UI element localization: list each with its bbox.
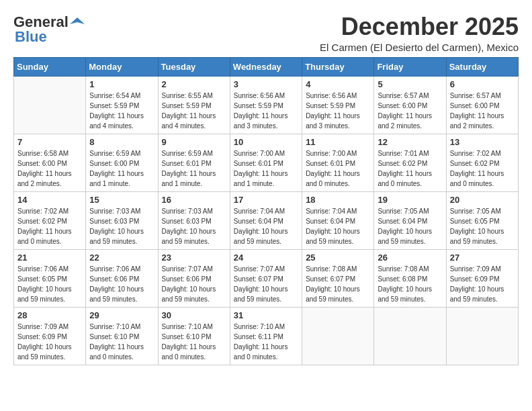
calendar-cell: 7Sunrise: 6:58 AMSunset: 6:00 PMDaylight… <box>14 134 86 191</box>
day-number: 25 <box>306 253 370 263</box>
day-info: Sunrise: 7:06 AMSunset: 6:05 PMDaylight:… <box>17 264 82 304</box>
day-info: Sunrise: 7:05 AMSunset: 6:04 PMDaylight:… <box>378 206 442 246</box>
calendar-cell: 5Sunrise: 6:57 AMSunset: 6:00 PMDaylight… <box>374 76 446 134</box>
calendar-week-row: 14Sunrise: 7:02 AMSunset: 6:02 PMDayligh… <box>14 191 519 249</box>
day-info: Sunrise: 7:09 AMSunset: 6:09 PMDaylight:… <box>17 322 82 362</box>
calendar-cell <box>374 307 446 365</box>
col-header-saturday: Saturday <box>446 57 518 76</box>
day-number: 11 <box>306 137 370 147</box>
day-number: 14 <box>17 195 82 205</box>
calendar-cell: 6Sunrise: 6:57 AMSunset: 6:00 PMDaylight… <box>446 76 518 134</box>
title-block: December 2025 El Carmen (El Desierto del… <box>320 13 519 53</box>
calendar-cell: 11Sunrise: 7:00 AMSunset: 6:01 PMDayligh… <box>302 134 374 191</box>
day-info: Sunrise: 6:59 AMSunset: 6:00 PMDaylight:… <box>89 148 154 189</box>
calendar-cell: 15Sunrise: 7:03 AMSunset: 6:03 PMDayligh… <box>86 191 158 249</box>
day-info: Sunrise: 7:05 AMSunset: 6:05 PMDaylight:… <box>450 206 515 246</box>
day-info: Sunrise: 6:57 AMSunset: 6:00 PMDaylight:… <box>450 91 515 131</box>
calendar-cell <box>446 307 518 365</box>
calendar-cell: 8Sunrise: 6:59 AMSunset: 6:00 PMDaylight… <box>86 134 158 191</box>
day-info: Sunrise: 6:56 AMSunset: 5:59 PMDaylight:… <box>234 91 298 131</box>
calendar-cell: 26Sunrise: 7:08 AMSunset: 6:08 PMDayligh… <box>374 249 446 307</box>
day-info: Sunrise: 7:04 AMSunset: 6:04 PMDaylight:… <box>234 206 298 246</box>
day-number: 18 <box>306 195 370 205</box>
col-header-sunday: Sunday <box>14 57 86 76</box>
calendar-cell: 27Sunrise: 7:09 AMSunset: 6:09 PMDayligh… <box>446 249 518 307</box>
calendar-cell <box>302 307 374 365</box>
day-info: Sunrise: 7:08 AMSunset: 6:07 PMDaylight:… <box>306 264 370 304</box>
calendar-cell: 17Sunrise: 7:04 AMSunset: 6:04 PMDayligh… <box>230 191 302 249</box>
day-number: 28 <box>17 310 82 320</box>
day-info: Sunrise: 7:03 AMSunset: 6:03 PMDaylight:… <box>162 206 226 246</box>
day-info: Sunrise: 6:56 AMSunset: 5:59 PMDaylight:… <box>306 91 370 131</box>
day-info: Sunrise: 7:02 AMSunset: 6:02 PMDaylight:… <box>17 206 82 246</box>
calendar-week-row: 21Sunrise: 7:06 AMSunset: 6:05 PMDayligh… <box>14 249 519 307</box>
day-info: Sunrise: 7:08 AMSunset: 6:08 PMDaylight:… <box>378 264 442 304</box>
location-subtitle: El Carmen (El Desierto del Carmen), Mexi… <box>320 42 519 53</box>
day-number: 3 <box>234 79 298 89</box>
col-header-tuesday: Tuesday <box>158 57 230 76</box>
day-number: 10 <box>234 137 298 147</box>
calendar-cell: 28Sunrise: 7:09 AMSunset: 6:09 PMDayligh… <box>14 307 86 365</box>
day-info: Sunrise: 7:01 AMSunset: 6:02 PMDaylight:… <box>378 148 442 189</box>
day-number: 26 <box>378 253 442 263</box>
day-info: Sunrise: 6:57 AMSunset: 6:00 PMDaylight:… <box>378 91 442 131</box>
calendar-cell: 21Sunrise: 7:06 AMSunset: 6:05 PMDayligh… <box>14 249 86 307</box>
calendar-cell: 9Sunrise: 6:59 AMSunset: 6:01 PMDaylight… <box>158 134 230 191</box>
col-header-thursday: Thursday <box>302 57 374 76</box>
calendar-cell: 1Sunrise: 6:54 AMSunset: 5:59 PMDaylight… <box>86 76 158 134</box>
day-info: Sunrise: 6:55 AMSunset: 5:59 PMDaylight:… <box>162 91 226 131</box>
page-header: General Blue December 2025 El Carmen (El… <box>13 13 519 53</box>
day-info: Sunrise: 7:10 AMSunset: 6:10 PMDaylight:… <box>162 322 226 362</box>
col-header-friday: Friday <box>374 57 446 76</box>
day-info: Sunrise: 7:04 AMSunset: 6:04 PMDaylight:… <box>306 206 370 246</box>
calendar-cell: 22Sunrise: 7:06 AMSunset: 6:06 PMDayligh… <box>86 249 158 307</box>
calendar-cell: 19Sunrise: 7:05 AMSunset: 6:04 PMDayligh… <box>374 191 446 249</box>
day-info: Sunrise: 7:07 AMSunset: 6:06 PMDaylight:… <box>162 264 226 304</box>
calendar-cell: 24Sunrise: 7:07 AMSunset: 6:07 PMDayligh… <box>230 249 302 307</box>
calendar-body: 1Sunrise: 6:54 AMSunset: 5:59 PMDaylight… <box>14 76 519 365</box>
day-info: Sunrise: 6:58 AMSunset: 6:00 PMDaylight:… <box>17 148 82 189</box>
calendar-cell: 23Sunrise: 7:07 AMSunset: 6:06 PMDayligh… <box>158 249 230 307</box>
day-number: 27 <box>450 253 515 263</box>
day-number: 31 <box>234 310 298 320</box>
day-number: 1 <box>89 79 154 89</box>
calendar-cell: 16Sunrise: 7:03 AMSunset: 6:03 PMDayligh… <box>158 191 230 249</box>
day-info: Sunrise: 7:03 AMSunset: 6:03 PMDaylight:… <box>89 206 154 246</box>
calendar-cell: 30Sunrise: 7:10 AMSunset: 6:10 PMDayligh… <box>158 307 230 365</box>
day-number: 22 <box>89 253 154 263</box>
calendar-week-row: 1Sunrise: 6:54 AMSunset: 5:59 PMDaylight… <box>14 76 519 134</box>
calendar-cell: 12Sunrise: 7:01 AMSunset: 6:02 PMDayligh… <box>374 134 446 191</box>
day-info: Sunrise: 7:06 AMSunset: 6:06 PMDaylight:… <box>89 264 154 304</box>
day-number: 6 <box>450 79 515 89</box>
calendar-week-row: 28Sunrise: 7:09 AMSunset: 6:09 PMDayligh… <box>14 307 519 365</box>
calendar-header-row: SundayMondayTuesdayWednesdayThursdayFrid… <box>14 57 519 76</box>
day-info: Sunrise: 7:09 AMSunset: 6:09 PMDaylight:… <box>450 264 515 304</box>
day-info: Sunrise: 7:10 AMSunset: 6:11 PMDaylight:… <box>234 322 298 362</box>
calendar-week-row: 7Sunrise: 6:58 AMSunset: 6:00 PMDaylight… <box>14 134 519 191</box>
day-number: 17 <box>234 195 298 205</box>
day-number: 13 <box>450 137 515 147</box>
day-number: 8 <box>89 137 154 147</box>
calendar-cell: 14Sunrise: 7:02 AMSunset: 6:02 PMDayligh… <box>14 191 86 249</box>
calendar-cell: 3Sunrise: 6:56 AMSunset: 5:59 PMDaylight… <box>230 76 302 134</box>
day-number: 7 <box>17 137 82 147</box>
day-number: 23 <box>162 253 226 263</box>
calendar-cell: 4Sunrise: 6:56 AMSunset: 5:59 PMDaylight… <box>302 76 374 134</box>
calendar-cell <box>14 76 86 134</box>
calendar-cell: 2Sunrise: 6:55 AMSunset: 5:59 PMDaylight… <box>158 76 230 134</box>
month-year-title: December 2025 <box>320 13 519 40</box>
day-info: Sunrise: 6:59 AMSunset: 6:01 PMDaylight:… <box>162 148 226 189</box>
day-info: Sunrise: 7:10 AMSunset: 6:10 PMDaylight:… <box>89 322 154 362</box>
calendar-cell: 25Sunrise: 7:08 AMSunset: 6:07 PMDayligh… <box>302 249 374 307</box>
col-header-wednesday: Wednesday <box>230 57 302 76</box>
day-info: Sunrise: 7:02 AMSunset: 6:02 PMDaylight:… <box>450 148 515 189</box>
calendar-cell: 18Sunrise: 7:04 AMSunset: 6:04 PMDayligh… <box>302 191 374 249</box>
day-number: 15 <box>89 195 154 205</box>
calendar-cell: 31Sunrise: 7:10 AMSunset: 6:11 PMDayligh… <box>230 307 302 365</box>
calendar-table: SundayMondayTuesdayWednesdayThursdayFrid… <box>13 57 519 365</box>
day-number: 9 <box>162 137 226 147</box>
day-info: Sunrise: 7:00 AMSunset: 6:01 PMDaylight:… <box>306 148 370 189</box>
day-info: Sunrise: 6:54 AMSunset: 5:59 PMDaylight:… <box>89 91 154 131</box>
logo-bird-icon <box>70 15 85 30</box>
day-number: 16 <box>162 195 226 205</box>
